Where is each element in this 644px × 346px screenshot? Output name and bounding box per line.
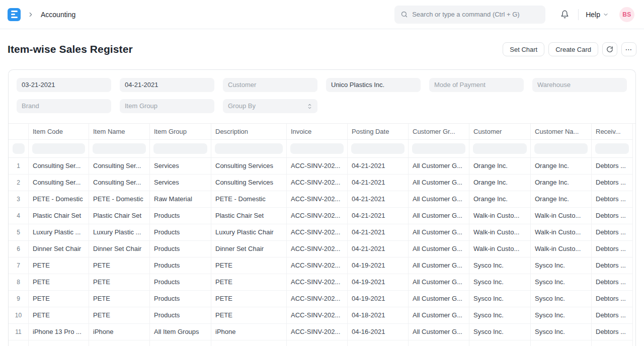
table-cell[interactable]: Consulting Ser... xyxy=(29,175,89,191)
app-logo[interactable] xyxy=(8,8,21,21)
table-cell[interactable]: 04-21-2021 xyxy=(348,208,409,224)
column-filter-input[interactable] xyxy=(351,143,405,154)
table-cell[interactable]: Luxury Plastic ... xyxy=(29,224,89,240)
table-cell[interactable]: 04-16-2021 xyxy=(348,324,409,340)
table-cell[interactable]: Walk-in Custo... xyxy=(469,224,531,240)
table-cell[interactable]: Consulting Services xyxy=(211,158,287,174)
table-cell[interactable]: 04-21-2021 xyxy=(348,191,409,207)
table-cell[interactable]: PETE xyxy=(29,257,89,274)
table-cell[interactable]: 04-21-2021 xyxy=(348,224,409,240)
table-cell[interactable]: All Customer G... xyxy=(409,158,469,174)
table-cell[interactable]: All Customer G... xyxy=(409,191,469,207)
column-header[interactable]: Item Code xyxy=(29,124,89,139)
column-filter-input[interactable] xyxy=(93,143,146,154)
column-filter-input[interactable] xyxy=(290,143,344,154)
table-cell[interactable]: All Customer G... xyxy=(409,224,469,240)
filter-company[interactable]: Unico Plastics Inc. xyxy=(326,78,421,92)
table-cell[interactable]: Walk-in Custo... xyxy=(531,224,592,240)
table-cell[interactable]: Debtors ... xyxy=(592,257,633,274)
table-cell[interactable]: PETE xyxy=(211,291,287,307)
column-filter-input[interactable] xyxy=(215,143,283,154)
table-cell[interactable]: Debtors ... xyxy=(592,291,633,307)
filter-customer[interactable]: Customer xyxy=(223,78,317,92)
table-cell[interactable]: Walk-in Custo... xyxy=(469,241,531,257)
table-cell[interactable]: Services xyxy=(150,175,211,191)
table-cell[interactable]: Consulting Ser... xyxy=(89,175,150,191)
filter-item-group[interactable]: Item Group xyxy=(120,99,214,113)
table-cell[interactable]: Sysco Inc. xyxy=(469,274,531,290)
column-header[interactable]: Customer Na... xyxy=(531,124,592,139)
filter-mode-of-payment[interactable]: Mode of Payment xyxy=(429,78,524,92)
table-cell[interactable]: Consulting Ser... xyxy=(89,158,150,174)
column-header[interactable]: Posting Date xyxy=(348,124,409,139)
table-cell[interactable]: Walk-in Custo... xyxy=(469,208,531,224)
table-cell[interactable]: Products xyxy=(150,241,211,257)
table-cell[interactable]: 04-21-2021 xyxy=(348,158,409,174)
table-cell[interactable]: All Customer G... xyxy=(409,208,469,224)
table-cell[interactable]: Products xyxy=(150,307,211,323)
table-cell[interactable]: 04-19-2021 xyxy=(348,291,409,307)
column-filter-input[interactable] xyxy=(153,143,207,154)
table-cell[interactable]: iPhone xyxy=(89,324,150,340)
column-filter-input[interactable] xyxy=(534,143,588,154)
filter-brand[interactable]: Brand xyxy=(17,99,111,113)
table-cell[interactable]: ACC-SINV-202... xyxy=(287,274,348,290)
table-cell[interactable]: iPhone xyxy=(211,324,287,340)
more-options-button[interactable]: ⋯ xyxy=(621,42,636,56)
column-header[interactable]: Receiv... xyxy=(592,124,633,139)
global-search-input[interactable]: Search or type a command (Ctrl + G) xyxy=(394,6,545,24)
table-cell[interactable]: Sysco Inc. xyxy=(469,291,531,307)
table-cell[interactable]: Dinner Set Chair xyxy=(29,241,89,257)
table-cell[interactable]: Orange Inc. xyxy=(469,191,531,207)
table-cell[interactable]: PETE xyxy=(89,257,150,274)
table-cell[interactable]: Raw Material xyxy=(150,191,211,207)
table-cell[interactable]: PETE xyxy=(29,291,89,307)
table-cell[interactable]: ACC-SINV-202... xyxy=(287,208,348,224)
table-cell[interactable]: Debtors ... xyxy=(592,191,633,207)
column-filter-input[interactable] xyxy=(412,143,465,154)
column-header[interactable]: Item Name xyxy=(89,124,150,139)
table-cell[interactable]: All Customer G... xyxy=(409,175,469,191)
column-header[interactable]: Item Group xyxy=(150,124,211,139)
column-header[interactable]: Customer Gr... xyxy=(409,124,469,139)
table-cell[interactable]: PETE xyxy=(89,291,150,307)
table-cell[interactable]: PETE xyxy=(29,274,89,290)
table-cell[interactable]: Walk-in Custo... xyxy=(531,241,592,257)
table-cell[interactable]: PETE xyxy=(211,307,287,323)
table-cell[interactable]: Products xyxy=(150,274,211,290)
filter-to-date[interactable]: 04-21-2021 xyxy=(120,78,214,92)
table-cell[interactable]: Plastic Chair Set xyxy=(29,208,89,224)
table-cell[interactable]: iPhone 13 Pro ... xyxy=(29,324,89,340)
table-cell[interactable]: All Customer G... xyxy=(409,307,469,323)
table-cell[interactable]: Debtors ... xyxy=(592,224,633,240)
table-cell[interactable]: Orange Inc. xyxy=(469,175,531,191)
table-cell[interactable]: Debtors ... xyxy=(592,307,633,323)
table-cell[interactable]: Plastic Chair Set xyxy=(211,208,287,224)
notifications-button[interactable] xyxy=(560,10,569,19)
table-cell[interactable]: Sysco Inc. xyxy=(531,257,592,274)
table-cell[interactable]: PETE - Domestic xyxy=(29,191,89,207)
table-cell[interactable]: Dinner Set Chair xyxy=(89,241,150,257)
breadcrumb-item-accounting[interactable]: Accounting xyxy=(41,11,75,19)
table-cell[interactable]: Sysco Inc. xyxy=(469,324,531,340)
table-cell[interactable]: PETE - Domestic xyxy=(89,191,150,207)
table-cell[interactable]: All Customer G... xyxy=(409,324,469,340)
table-cell[interactable]: Plastic Chair Set xyxy=(89,208,150,224)
column-filter-input[interactable] xyxy=(32,143,85,154)
filter-warehouse[interactable]: Warehouse xyxy=(532,78,627,92)
table-cell[interactable]: Products xyxy=(150,208,211,224)
table-cell[interactable]: PETE xyxy=(211,274,287,290)
column-header[interactable]: Invoice xyxy=(287,124,348,139)
table-cell[interactable]: Sysco Inc. xyxy=(531,274,592,290)
column-filter-input[interactable] xyxy=(13,143,25,154)
table-cell[interactable]: ACC-SINV-202... xyxy=(287,257,348,274)
table-cell[interactable]: ACC-SINV-202... xyxy=(287,241,348,257)
table-cell[interactable]: Debtors ... xyxy=(592,158,633,174)
table-cell[interactable]: ACC-SINV-202... xyxy=(287,324,348,340)
table-cell[interactable]: Services xyxy=(150,158,211,174)
table-cell[interactable]: Debtors ... xyxy=(592,274,633,290)
table-cell[interactable]: All Item Groups xyxy=(150,324,211,340)
table-cell[interactable]: Luxury Plastic Chair xyxy=(211,224,287,240)
table-cell[interactable]: 04-19-2021 xyxy=(348,274,409,290)
table-cell[interactable]: ACC-SINV-202... xyxy=(287,191,348,207)
